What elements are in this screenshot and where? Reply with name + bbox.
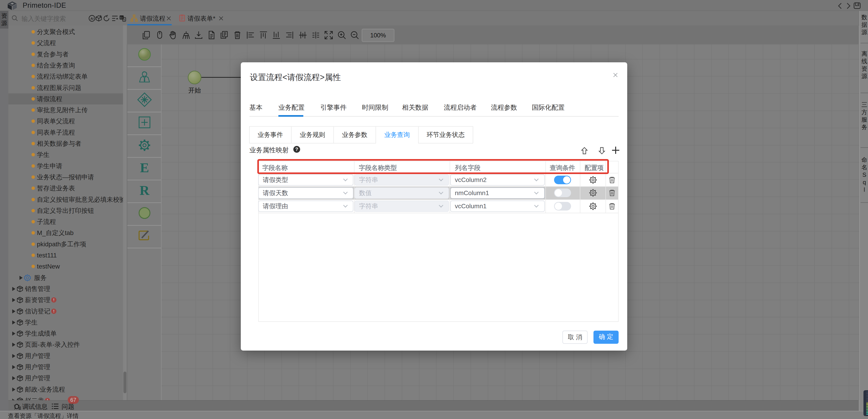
svg-text:R: R (140, 183, 150, 198)
svg-text:AI: AI (90, 17, 94, 21)
svg-text:文: 文 (123, 18, 125, 21)
svg-text:E: E (140, 160, 149, 175)
